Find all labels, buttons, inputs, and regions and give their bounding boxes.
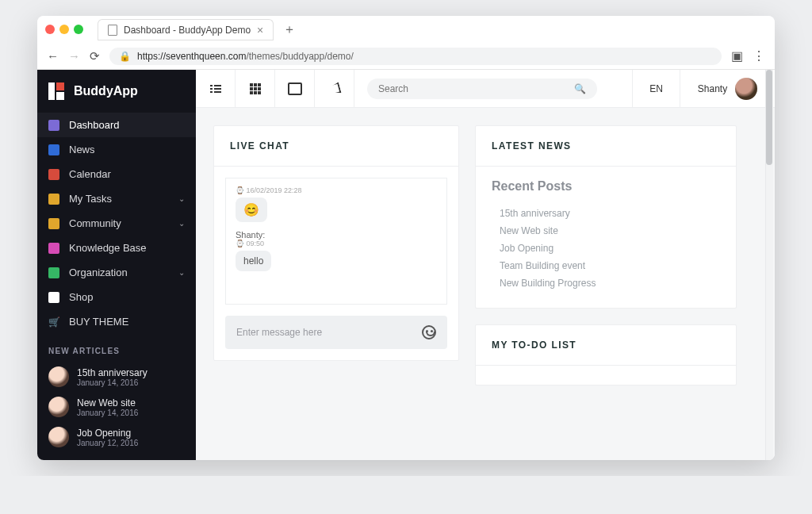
chats-icon <box>288 82 302 95</box>
sidebar-item-news[interactable]: News <box>37 137 196 162</box>
window-controls[interactable] <box>45 25 83 34</box>
brand-name: BuddyApp <box>74 84 138 98</box>
avatar <box>48 366 69 387</box>
topbar: Search 🔍 EN Shanty <box>196 70 775 108</box>
avatar <box>735 78 757 100</box>
recent-post-link[interactable]: New Building Progress <box>492 274 720 292</box>
megaphone-icon <box>327 82 341 95</box>
chat-log[interactable]: ⌚ 16/02/2019 22:28😊Shanty:⌚ 09:50hello <box>225 178 447 305</box>
search-input[interactable]: Search 🔍 <box>367 79 597 99</box>
main-content: Search 🔍 EN Shanty LIVE CHAT ⌚ 16/02/201… <box>196 70 775 460</box>
sidebar-item-shop[interactable]: Shop <box>37 285 196 309</box>
sidebar-item-label: Shop <box>69 291 93 303</box>
org-icon <box>48 267 59 278</box>
scrollbar-thumb[interactable] <box>766 70 772 165</box>
chevron-down-icon: ⌄ <box>178 268 185 277</box>
sidebar-article[interactable]: New Web siteJanuary 14, 2016 <box>37 392 196 422</box>
page-icon <box>108 25 117 36</box>
chat-bubble: hello <box>236 251 271 271</box>
chat-msg-meta: ⌚ 16/02/2019 22:28 <box>236 186 437 194</box>
article-date: January 14, 2016 <box>77 409 138 417</box>
sidebar-item-label: Calendar <box>69 168 111 180</box>
scrollbar-track[interactable] <box>765 70 773 460</box>
reload-button[interactable]: ⟳ <box>90 49 100 63</box>
topbar-search: Search 🔍 <box>354 70 632 107</box>
list-icon <box>210 85 221 93</box>
sidebar-item-label: Community <box>69 217 121 229</box>
sidebar-article[interactable]: Job OpeningJanuary 12, 2016 <box>37 422 196 452</box>
tasks-icon <box>48 194 59 205</box>
browser-menu-icon[interactable]: ⋮ <box>753 48 765 63</box>
community-icon <box>48 218 59 229</box>
sliders-icon <box>48 120 59 131</box>
sidebar: BuddyApp DashboardNewsCalendarMy Tasks⌄C… <box>37 70 196 460</box>
chats-button[interactable] <box>275 70 315 107</box>
sidebar-item-label: News <box>69 144 95 155</box>
chat-msg-meta: ⌚ 09:50 <box>236 240 437 247</box>
user-menu[interactable]: Shanty <box>680 70 775 107</box>
recent-posts-heading: Recent Posts <box>476 167 736 197</box>
recent-post-link[interactable]: Team Building event <box>492 257 720 274</box>
sidebar-item-label: Dashboard <box>69 119 120 131</box>
language-switch[interactable]: EN <box>632 70 680 107</box>
recent-post-link[interactable]: New Web site <box>492 222 720 240</box>
calendar-icon <box>48 169 59 180</box>
announcements-button[interactable] <box>315 70 354 107</box>
book-icon <box>48 243 59 254</box>
sidebar-item-label: Knowledge Base <box>69 242 147 254</box>
view-grid-button[interactable] <box>236 70 275 107</box>
recent-post-link[interactable]: Job Opening <box>492 240 720 257</box>
sidebar-item-buy-theme[interactable]: 🛒BUY THEME <box>37 309 196 334</box>
todo-card: MY TO-DO LIST <box>475 324 737 386</box>
url-text: https://seventhqueen.com/themes/buddyapp… <box>137 51 354 62</box>
article-title: New Web site <box>77 397 138 409</box>
sidebar-article[interactable]: 15th anniversaryJanuary 14, 2016 <box>37 362 196 392</box>
card-title: LATEST NEWS <box>476 126 736 167</box>
address-bar: ← → ⟳ 🔒 https://seventhqueen.com/themes/… <box>37 43 775 70</box>
search-icon: 🔍 <box>574 83 586 94</box>
sidebar-item-community[interactable]: Community⌄ <box>37 211 196 236</box>
titlebar: Dashboard - BuddyApp Demo × ＋ <box>37 16 775 43</box>
maximize-window-icon[interactable] <box>74 25 83 34</box>
recent-posts-list: 15th anniversaryNew Web siteJob OpeningT… <box>476 197 736 308</box>
back-button[interactable]: ← <box>47 49 59 63</box>
sidebar-item-knowledge-base[interactable]: Knowledge Base <box>37 236 196 260</box>
browser-tab[interactable]: Dashboard - BuddyApp Demo × <box>98 19 274 40</box>
lock-icon: 🔒 <box>119 51 131 62</box>
profile-icon[interactable]: ▣ <box>731 48 743 63</box>
sidebar-item-organization[interactable]: Organization⌄ <box>37 260 196 285</box>
chat-sender: Shanty: <box>236 230 437 240</box>
chat-bubble: 😊 <box>236 198 267 222</box>
url-input[interactable]: 🔒 https://seventhqueen.com/themes/buddya… <box>109 48 722 65</box>
card-title: LIVE CHAT <box>214 126 458 167</box>
sidebar-item-calendar[interactable]: Calendar <box>37 162 196 186</box>
close-window-icon[interactable] <box>45 25 55 34</box>
close-tab-icon[interactable]: × <box>257 25 263 36</box>
sidebar-item-my-tasks[interactable]: My Tasks⌄ <box>37 186 196 211</box>
news-icon <box>48 144 59 155</box>
chevron-down-icon: ⌄ <box>178 194 185 203</box>
article-title: 15th anniversary <box>77 367 147 378</box>
sidebar-item-label: My Tasks <box>69 193 112 205</box>
cart-icon: 🛒 <box>48 316 59 328</box>
chat-input-placeholder: Enter message here <box>236 327 322 338</box>
sidebar-item-dashboard[interactable]: Dashboard <box>37 113 196 137</box>
forward-button[interactable]: → <box>68 49 80 63</box>
browser-window: Dashboard - BuddyApp Demo × ＋ ← → ⟳ 🔒 ht… <box>37 16 775 460</box>
view-list-button[interactable] <box>196 70 236 107</box>
emoji-picker-icon[interactable] <box>422 325 436 339</box>
brand[interactable]: BuddyApp <box>37 70 196 113</box>
tab-title: Dashboard - BuddyApp Demo <box>124 25 251 36</box>
article-date: January 12, 2016 <box>77 439 138 447</box>
chat-input[interactable]: Enter message here <box>225 316 447 349</box>
chevron-down-icon: ⌄ <box>178 219 185 228</box>
user-name: Shanty <box>698 83 727 94</box>
avatar <box>48 397 69 417</box>
recent-post-link[interactable]: 15th anniversary <box>492 205 720 222</box>
new-tab-button[interactable]: ＋ <box>283 23 296 36</box>
grid-icon <box>250 83 261 94</box>
latest-news-card: LATEST NEWS Recent Posts 15th anniversar… <box>475 125 737 309</box>
avatar <box>48 427 69 447</box>
minimize-window-icon[interactable] <box>59 25 69 34</box>
sidebar-item-label: Organization <box>69 267 128 278</box>
